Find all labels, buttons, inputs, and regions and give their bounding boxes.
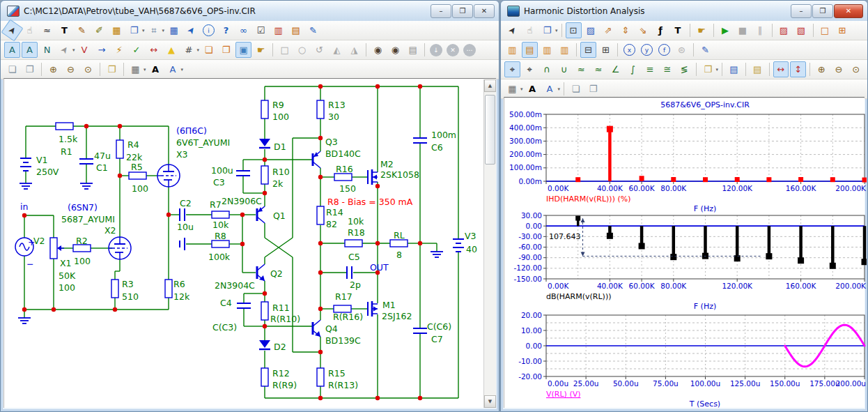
font-color-icon[interactable]: A (542, 81, 558, 97)
more-nav-icon[interactable]: ⋯ (463, 44, 476, 56)
copy-graph-dropdown-icon[interactable]: ▾ (716, 67, 719, 73)
wire-mode-tool-icon[interactable]: ✎ (74, 22, 90, 38)
select-tool-icon[interactable]: ➤ (1, 19, 23, 41)
copy-to-front-icon[interactable]: ❏ (4, 61, 20, 77)
back-nav-icon[interactable]: ↓ (430, 44, 442, 56)
grid-pattern-dropdown-icon[interactable]: ▾ (520, 86, 523, 92)
ruler-region-icon[interactable]: □ (817, 22, 833, 38)
mirror-region-icon[interactable]: ◭ (329, 42, 345, 58)
zoom-out-icon[interactable]: ⊖ (63, 61, 79, 77)
font-color-icon[interactable]: A (165, 61, 181, 77)
zoom-off-icon[interactable]: ⊜ (674, 42, 690, 58)
zoom-100-icon[interactable]: ⊙ (80, 61, 96, 77)
new-page-icon[interactable]: ❏ (201, 42, 217, 58)
global-high-icon[interactable]: ≡ (642, 61, 658, 77)
find-icon[interactable]: ◉ (370, 42, 386, 58)
show-pin-currents-icon[interactable]: → (94, 42, 110, 58)
properties-icon[interactable]: ☛ (694, 22, 710, 38)
analysis-plot-svg[interactable]: 500.00m400.00m300.00m200.00m100.00m0.00m… (504, 98, 867, 410)
x-axis-scale-icon[interactable]: x (623, 44, 635, 56)
schematic-vscrollbar[interactable]: ▲ ▼ (483, 79, 496, 408)
rotate-region-icon[interactable]: ↺ (311, 42, 327, 58)
analysis-titlebar[interactable]: Harmonic Distortion Analysis –❐✕ (501, 1, 867, 21)
next-peak-icon[interactable]: ∩ (538, 61, 555, 77)
edit-properties-icon[interactable]: ☛ (253, 42, 269, 58)
cursor-mode-icon[interactable]: ⌖ (504, 61, 520, 77)
grid-pattern-icon[interactable]: ▦ (504, 81, 520, 97)
y-axis-scale-icon[interactable]: y (641, 44, 653, 56)
align-region-icon[interactable]: ⊞ (835, 22, 851, 38)
minimize-button[interactable]: – (791, 4, 812, 18)
show-pin-conditions-icon[interactable]: ✓ (129, 42, 145, 58)
show-node-numbers-icon[interactable]: N (39, 42, 55, 58)
crosshair-axis-icon[interactable]: ⊞ (598, 42, 614, 58)
info-button-icon[interactable]: i (203, 24, 215, 36)
fx-axis-scale-icon[interactable]: f (658, 44, 670, 56)
font-icon[interactable]: A (148, 61, 164, 77)
slope-cursor-icon[interactable]: ∠ (607, 61, 623, 77)
bus-tool-icon[interactable]: ▦ (109, 22, 125, 38)
sheet-disable-tool-icon[interactable]: ▥ (270, 22, 286, 38)
show-node-voltages-icon[interactable]: A (22, 42, 38, 58)
grid-pattern-dropdown-icon[interactable]: ▾ (144, 67, 146, 73)
font-icon[interactable]: A (525, 81, 541, 97)
numeric-output-icon[interactable]: ▤ (726, 61, 742, 77)
close-nav-icon[interactable]: ✕ (447, 44, 459, 56)
component-tool-dropdown-icon[interactable]: ▾ (142, 28, 145, 33)
close-button[interactable]: ✕ (834, 4, 863, 18)
next-wave-down-icon[interactable]: ≈ (591, 61, 607, 77)
pause-button-icon[interactable]: ‖ (752, 22, 768, 38)
vertical-scale-mode-icon[interactable]: ⇕ (618, 22, 634, 38)
font-color-dropdown-icon[interactable]: ▾ (181, 67, 184, 73)
envelope-cursor-icon[interactable]: ≶ (676, 61, 692, 77)
plot-properties-icon[interactable]: ✎ (697, 42, 713, 58)
repeat-find-icon[interactable]: ◉ (387, 42, 403, 58)
copy-numeric-icon[interactable]: ▤ (750, 61, 766, 77)
scroll-down-icon[interactable]: ▼ (484, 395, 496, 408)
probe-pointer-icon[interactable]: ➤ (53, 38, 75, 61)
annotate-tool-icon[interactable]: ✎ (305, 22, 321, 38)
stripe-view-4-icon[interactable]: ▥ (557, 42, 573, 58)
minimize-button[interactable]: – (431, 4, 451, 18)
find-in-files-icon[interactable]: ▤ (405, 42, 421, 58)
zoom-select-mode-icon[interactable]: ⊡ (566, 22, 582, 38)
stripe-view-1-icon[interactable]: ▥ (504, 42, 520, 58)
box-region-icon[interactable]: □ (277, 42, 293, 58)
tokens-overlay-icon[interactable]: ▧ (793, 22, 809, 38)
stop-button-icon[interactable]: ■ (735, 22, 751, 38)
stripe-view-2-icon[interactable]: ▤ (522, 42, 538, 58)
show-pin-voltages-icon[interactable]: V (77, 42, 93, 58)
shape-tool-icon[interactable]: ⌗ (146, 22, 162, 38)
pages-dropdown-icon[interactable]: ▾ (555, 28, 558, 33)
close-button[interactable]: ✕ (474, 4, 495, 18)
cursor-measure-icon[interactable]: ⌖ (522, 61, 538, 77)
schematic-titlebar[interactable]: C:\MC12\DATA\Petrov\tube_VAH\5687&6V6_OP… (1, 1, 499, 21)
run-button-icon[interactable]: ▶ (718, 22, 734, 38)
circle-region-icon[interactable]: ○ (294, 42, 310, 58)
text-tool-icon[interactable]: T (56, 22, 72, 38)
zoom-in-icon[interactable]: ⊕ (814, 61, 830, 77)
waveform-probe-tool-icon[interactable]: ≈ (39, 22, 55, 38)
stripe-view-3-icon[interactable]: ▥ (539, 42, 555, 58)
inflection-cursor-icon[interactable]: ∫ (625, 61, 641, 77)
single-plot-axis-icon[interactable]: ⊟ (580, 42, 596, 58)
select-box-mode-icon[interactable]: ▣ (235, 42, 251, 58)
grid-pattern-icon[interactable]: ▦ (127, 61, 144, 77)
text-mode-icon[interactable]: T (670, 22, 686, 38)
function-tag-mode-icon[interactable]: ƒ (653, 22, 669, 38)
data-points-overlay-icon[interactable]: ▨ (776, 22, 792, 38)
horizontal-scale-lock-icon[interactable]: ↔ (773, 61, 789, 77)
point-tag-mode-icon[interactable]: ⇘ (635, 22, 651, 38)
send-to-back-icon[interactable]: ❐ (585, 81, 601, 97)
page-small-icon[interactable]: ❐ (218, 42, 234, 58)
schematic-canvas[interactable]: V1250V1.5kR147uC1R422kR5100(6П6С)6V6T_AY… (4, 79, 488, 409)
flag-checkbox-tool-icon[interactable]: ☑ (253, 22, 269, 38)
copy-to-back-icon[interactable]: ❐ (22, 61, 38, 77)
font-color-dropdown-icon[interactable]: ▾ (558, 86, 561, 92)
spreadsheet-tool-icon[interactable]: ▦ (166, 22, 182, 38)
show-attribute-text-icon[interactable]: A (4, 42, 20, 58)
show-test-points-icon[interactable]: ↔ (146, 42, 162, 58)
info-pointer-tool-icon[interactable]: ➤ (180, 19, 203, 41)
scroll-thumb[interactable] (485, 95, 495, 165)
region-enable-tool-icon[interactable]: ▤ (288, 22, 304, 38)
